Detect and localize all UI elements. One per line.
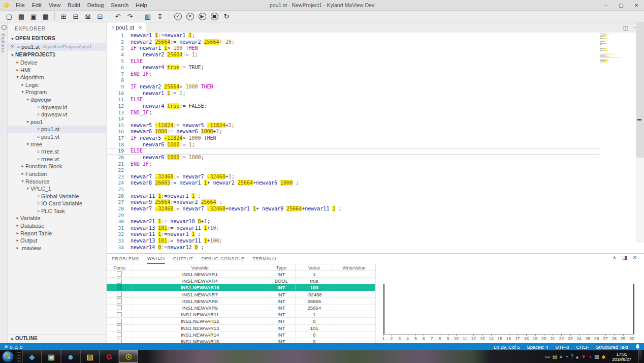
write-value-cell[interactable]	[333, 278, 375, 284]
undo-icon[interactable]: ↶	[112, 12, 123, 21]
tree-item-rrree-vt[interactable]: ≡rrree.vt	[8, 156, 106, 163]
code-line[interactable]: 25	[107, 187, 599, 193]
watch-row-ins1-newvar9[interactable]: INS1.NEWVAR9INT25664	[107, 305, 376, 311]
tray-overflow-chevron-icon[interactable]: »	[560, 354, 563, 359]
panel-tab-debug-console[interactable]: DEBUG CONSOLE	[202, 254, 245, 264]
menu-build[interactable]: Build	[64, 0, 83, 10]
device-grid-icon[interactable]: ▥	[142, 12, 153, 21]
code-line[interactable]: 6 newvar4 true:= TRUE;	[107, 65, 599, 71]
code-line[interactable]: 15newvar5 -11824:= newvar5 -11824+1;	[107, 123, 599, 129]
watch-row-ins1-newvar12[interactable]: INS1.NEWVAR12INT0	[107, 318, 376, 324]
watch-row-ins1-newvar13[interactable]: INS1.NEWVAR13INT101	[107, 325, 376, 331]
menu-help[interactable]: Help	[132, 0, 151, 10]
write-value-cell[interactable]	[333, 318, 375, 324]
taskbar-app-security-button[interactable]: ▣	[42, 350, 61, 363]
code-line[interactable]: 19ELSE	[107, 148, 599, 155]
force-checkbox-cell[interactable]	[107, 331, 133, 338]
force-checkbox[interactable]	[117, 339, 122, 343]
code-line[interactable]: 12 newvar4 true:= FALSE;	[107, 103, 599, 110]
write-value-cell[interactable]	[333, 331, 375, 338]
tray-eject-icon[interactable]: ▴	[576, 354, 578, 359]
restart-icon[interactable]: ↻	[221, 12, 232, 21]
force-checkbox[interactable]	[117, 305, 122, 310]
tree-item-database[interactable]: ▸Database	[8, 222, 106, 230]
tree-item-output[interactable]: ▸Output	[8, 237, 106, 245]
taskbar-app-maview-button[interactable]: ☉	[119, 350, 138, 363]
force-checkbox-cell[interactable]	[107, 271, 133, 277]
force-checkbox-cell[interactable]	[107, 325, 133, 331]
scrollbar-handle[interactable]	[636, 22, 644, 158]
tree-item-pou1-vt[interactable]: ≡pou1.vt	[8, 133, 106, 141]
close-panel-icon[interactable]: ✕	[630, 255, 640, 260]
tree-item-resource[interactable]: ▾Resource	[8, 178, 106, 186]
code-line[interactable]: 18 newvar6 1000:= 1;	[107, 142, 599, 148]
force-checkbox[interactable]	[117, 279, 122, 284]
redo-icon[interactable]: ↷	[124, 12, 136, 21]
code-line[interactable]: 24newvar8 26665:= newvar1 1+ newvar2 256…	[107, 180, 599, 187]
code-line[interactable]: 2newvar2 25664:= newvar2 25664+ 20;	[107, 39, 599, 46]
status-ln-19-col-5[interactable]: Ln 19, Col 5	[494, 344, 520, 350]
tree-item-hmi[interactable]: ▸HMI	[8, 67, 106, 74]
bell-icon[interactable]	[635, 344, 640, 349]
tree-item-variable[interactable]: ▸Variable	[8, 215, 106, 222]
code-line[interactable]: 27newvar9 25664:=newvar2 25664 ;	[107, 199, 599, 206]
watch-row-ins1-newvar8[interactable]: INS1.NEWVAR8INT26665	[107, 298, 376, 305]
open-editor-item-pou1st[interactable]: ✕ ≡ pou1.st Algorithm\Program\pou1	[8, 43, 106, 51]
tree-item-function[interactable]: ▸Function	[8, 170, 106, 178]
verify-icon[interactable]: ✓	[172, 12, 183, 21]
close-button[interactable]: ✕	[629, 0, 644, 10]
save-icon[interactable]: ▣	[28, 12, 39, 21]
tree-item-report-table[interactable]: ▸Report Table	[8, 230, 106, 237]
cancel-icon[interactable]: ✕	[184, 12, 196, 21]
code-line[interactable]: 33newvar13 101:= newvar11 1+100;	[107, 238, 599, 245]
build-config-icon[interactable]: ⊡	[94, 12, 106, 21]
force-checkbox[interactable]	[117, 332, 122, 337]
code-line[interactable]: 28newvar7 -32468:= newvar7 -32468+newvar…	[107, 206, 599, 213]
write-value-cell[interactable]	[333, 298, 375, 304]
code-line[interactable]: 16newvar6 1000:= newvar6 1000+1;	[107, 129, 599, 135]
tree-item-logic[interactable]: ▸Logic	[8, 81, 106, 89]
force-checkbox-cell[interactable]	[107, 298, 133, 304]
outline-section-header[interactable]: ▸OUTLINE	[8, 334, 107, 342]
tree-item-dqweqw[interactable]: ▾dqweqw	[8, 96, 106, 104]
force-checkbox-cell[interactable]	[107, 318, 133, 324]
panel-tab-watch[interactable]: WATCH	[147, 254, 165, 264]
tree-item-pou1-st[interactable]: ≡pou1.st	[8, 126, 106, 133]
code-line[interactable]: 21END_IF;	[107, 161, 599, 168]
tree-item-algorithm[interactable]: ▾Algorithm	[8, 74, 106, 81]
code-line[interactable]: 32newvar11 1:=newvar1 1 ;	[107, 231, 599, 238]
code-line[interactable]: 7END_IF;	[107, 71, 599, 78]
code-line[interactable]: 23newvar7 -32468:= newvar7 -32468+1;	[107, 174, 599, 180]
editor-scrollbar[interactable]	[636, 22, 644, 243]
force-checkbox[interactable]	[117, 312, 122, 317]
trend-plot-area[interactable]	[383, 284, 634, 335]
tree-item-global-variable[interactable]: ≡Global Variable	[8, 193, 106, 200]
download-to-device-icon[interactable]: ↧	[154, 12, 166, 21]
force-checkbox-cell[interactable]	[107, 305, 133, 311]
force-checkbox-cell[interactable]	[107, 291, 133, 297]
force-checkbox[interactable]	[117, 298, 122, 304]
new-file-icon[interactable]: ▢	[4, 12, 15, 21]
tree-item-vplc-1[interactable]: ▾VPLC_1	[8, 185, 106, 193]
force-checkbox[interactable]	[117, 292, 122, 297]
tree-item-pou1[interactable]: ▾pou1	[8, 118, 106, 126]
minimap[interactable]	[600, 34, 635, 63]
tray-help-icon[interactable]: ?	[570, 354, 573, 359]
tray-thunder-icon[interactable]: ▼	[581, 354, 586, 359]
save-all-icon[interactable]: ▦	[40, 12, 51, 21]
tray-orange-icon[interactable]: ◆	[601, 354, 605, 359]
watch-row-ins1-newvar7[interactable]: INS1.NEWVAR7INT-32468	[107, 291, 376, 298]
taskbar-app-file-manager-button[interactable]: ▤	[80, 350, 100, 363]
force-checkbox[interactable]	[117, 285, 122, 290]
code-line[interactable]: 14	[107, 116, 599, 123]
close-editor-icon[interactable]: ✕	[11, 43, 16, 51]
code-line[interactable]: 4 newvar2 25664:= 1;	[107, 52, 599, 58]
write-value-cell[interactable]	[333, 338, 375, 343]
force-checkbox-cell[interactable]	[107, 278, 133, 284]
code-line[interactable]: 11ELSE	[107, 97, 599, 103]
write-value-cell[interactable]	[333, 311, 375, 317]
status-utf-8[interactable]: UTF-8	[556, 344, 569, 350]
taskbar-app-vscode-button[interactable]: ◆	[22, 350, 42, 363]
watch-row-ins1-newvar14[interactable]: INS1.NEWVAR14INT0	[107, 331, 376, 338]
tree-item-device[interactable]: ▸Device	[8, 59, 106, 67]
